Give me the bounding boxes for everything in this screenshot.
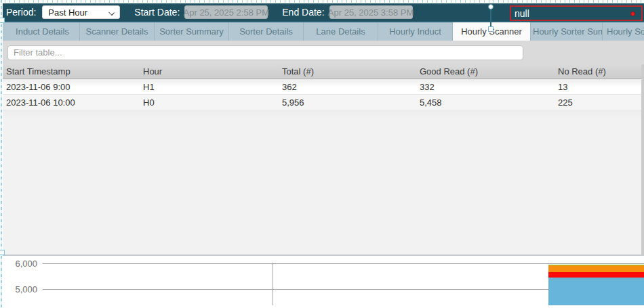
tab-sorter-summary[interactable]: Sorter Summary xyxy=(155,22,229,41)
tab-hourly-sorter[interactable]: Hourly Sort xyxy=(603,22,644,41)
null-error-widget[interactable]: null xyxy=(510,5,643,21)
vertical-scrollbar[interactable] xyxy=(641,64,644,256)
cell-start-timestamp: 2023-11-06 10:00 xyxy=(3,97,140,108)
tab-sorter-details[interactable]: Sorter Details xyxy=(229,22,304,41)
col-no-read[interactable]: No Read (#) xyxy=(555,66,644,76)
table-header: Start Timestamp Hour Total (#) Good Read… xyxy=(3,64,644,79)
start-date-input[interactable]: Apr 25, 2025 2:58 PM xyxy=(184,5,268,19)
y-tick-label: 6,000 xyxy=(3,259,37,269)
hourly-scanner-chart: 6,000 5,000 xyxy=(3,256,644,305)
end-date-input[interactable]: Apr 25, 2025 3:58 PM xyxy=(329,5,413,19)
cell-total: 5,956 xyxy=(279,97,416,108)
resize-handle-bottom[interactable] xyxy=(0,250,5,255)
bar-segment-blue xyxy=(548,278,644,305)
table-panel-body: + xyxy=(3,110,644,255)
selection-handle-square[interactable] xyxy=(488,26,494,32)
null-error-text: null xyxy=(515,8,529,19)
resize-handle-top[interactable] xyxy=(0,18,5,23)
cell-no-read: 13 xyxy=(555,82,644,92)
gridline-vertical xyxy=(273,263,273,305)
stacked-bar xyxy=(548,256,644,305)
cell-good-read: 5,458 xyxy=(416,97,555,108)
table-row[interactable]: 2023-11-06 9:00 H1 362 332 13 xyxy=(3,79,644,95)
cell-start-timestamp: 2023-11-06 9:00 xyxy=(3,82,140,92)
period-select-value: Past Hour xyxy=(48,7,87,18)
col-total[interactable]: Total (#) xyxy=(279,66,416,76)
cell-no-read: 225 xyxy=(555,97,644,108)
table-row[interactable]: 2023-11-06 10:00 H0 5,956 5,458 225 xyxy=(3,95,644,110)
selection-handle-circle[interactable] xyxy=(488,4,494,9)
filter-table-input[interactable] xyxy=(7,45,523,60)
cell-hour: H0 xyxy=(140,97,279,108)
chevron-down-icon xyxy=(108,9,115,16)
col-good-read[interactable]: Good Read (#) xyxy=(416,66,555,76)
bar-segment-red xyxy=(548,272,644,278)
start-date-label: Start Date: xyxy=(134,7,180,18)
tab-hourly-sorter-summary[interactable]: Hourly Sorter Summar xyxy=(531,22,603,41)
end-date-label: End Date: xyxy=(282,7,324,18)
error-dot-icon xyxy=(630,12,635,16)
ruler-top xyxy=(0,0,644,3)
selection-line xyxy=(490,6,491,29)
ruler-left xyxy=(0,0,3,308)
toolbar: Period: Past Hour Start Date: Apr 25, 20… xyxy=(3,3,644,22)
col-start-timestamp[interactable]: Start Timestamp xyxy=(3,66,140,76)
period-select[interactable]: Past Hour xyxy=(42,5,120,19)
bar-segment-orange xyxy=(548,265,644,271)
tab-bar: Induct Details Scanner Details Sorter Su… xyxy=(3,22,644,41)
filter-bar xyxy=(3,41,644,64)
col-hour[interactable]: Hour xyxy=(140,66,279,76)
app-window: Period: Past Hour Start Date: Apr 25, 20… xyxy=(3,3,644,308)
tab-induct-details[interactable]: Induct Details xyxy=(5,22,80,41)
cell-total: 362 xyxy=(279,82,416,92)
cell-good-read: 332 xyxy=(416,82,555,92)
cell-hour: H1 xyxy=(140,82,279,92)
tab-hourly-induct[interactable]: Hourly Induct xyxy=(378,22,453,41)
tab-scanner-details[interactable]: Scanner Details xyxy=(80,22,155,41)
y-tick-label: 5,000 xyxy=(3,284,37,294)
period-label: Period: xyxy=(6,7,36,18)
tab-lane-details[interactable]: Lane Details xyxy=(304,22,378,41)
